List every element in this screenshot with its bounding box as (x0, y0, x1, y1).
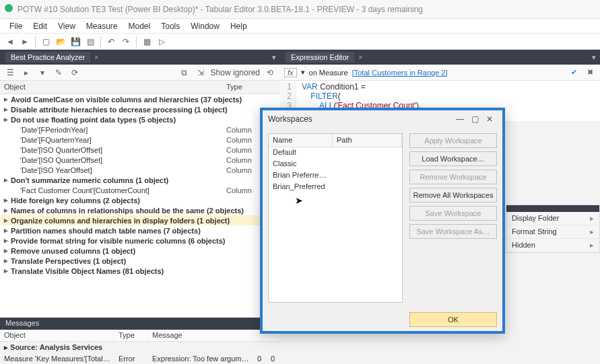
messages-pane-header[interactable]: Messages (0, 318, 280, 330)
cancel-icon[interactable]: ✖ (584, 67, 596, 79)
bpa-object-row[interactable]: 'Date'[ISO YearOffset]Column (0, 165, 280, 175)
toolbar-open-icon[interactable]: 📂 (55, 36, 67, 48)
ok-button[interactable]: OK (409, 312, 497, 327)
dialog-titlebar[interactable]: Workspaces — ▢ ✕ (263, 110, 502, 128)
message-row[interactable]: Measure 'Key Measures'[Total Custo… Erro… (0, 353, 280, 364)
msg-col-type[interactable]: Type (114, 330, 148, 341)
expr-tab[interactable]: Expression Editor (286, 52, 354, 63)
bpa-rule-row[interactable]: ▸Names of columns in relationships shoul… (0, 205, 280, 215)
app-icon (4, 3, 13, 15)
bpa-rule-row[interactable]: ▸Avoid CamelCase on visible columns and … (0, 94, 280, 104)
prop-hidden[interactable]: ▸Hidden (506, 239, 599, 252)
bpa-rule-row[interactable]: ▸Do not use floating point data types (5… (0, 114, 280, 124)
expr-measure-link[interactable]: [Total Customers in Range 2] (352, 69, 448, 77)
expr-toolbar: fx ▾ on Measure [Total Customers in Rang… (280, 65, 600, 81)
refresh-icon[interactable]: ⟲ (264, 67, 276, 79)
toolbar-redo-icon[interactable]: ↷ (120, 36, 132, 48)
workspace-row[interactable]: Brian Preferred Sear… (269, 170, 402, 182)
save-workspace-as-button[interactable]: Save Workspace As… (409, 224, 497, 239)
bpa-pane-header[interactable]: Best Practice Analyzer × ▾ (0, 50, 280, 65)
expr-pane-header[interactable]: Expression Editor × ▾ (280, 50, 600, 65)
prop-format-string[interactable]: ▸Format String (506, 225, 599, 239)
show-ignored-link[interactable]: Show ignored (211, 68, 260, 77)
ws-grid-header: Name Path (269, 134, 402, 147)
menu-view[interactable]: View (53, 20, 81, 32)
toolbar-script-icon[interactable]: ▦ (141, 36, 153, 48)
bpa-rule-row[interactable]: ▸Partition names should match table name… (0, 225, 280, 235)
bpa-tab[interactable]: Best Practice Analyzer (5, 52, 90, 63)
bpa-object-row[interactable]: 'Date'[FPeriodnYear]Column (0, 124, 280, 135)
toolbar-back-icon[interactable]: ◄ (4, 36, 16, 48)
msg-c2: 0 (267, 354, 280, 363)
close-icon[interactable]: × (358, 53, 362, 61)
prop-display-folder[interactable]: ▸Display Folder (506, 212, 599, 225)
dialog-title: Workspaces (268, 114, 312, 124)
chevron-down-icon[interactable]: ▾ (592, 53, 596, 62)
close-icon[interactable]: ✕ (482, 114, 497, 124)
fx-icon[interactable]: fx (284, 68, 297, 77)
expr-context-prefix: on Measure (309, 69, 348, 77)
properties-pane[interactable]: ▸Display Folder ▸Format String ▸Hidden (506, 205, 600, 253)
toolbar-play-icon[interactable]: ▷ (156, 36, 168, 48)
save-workspace-button[interactable]: Save Workspace (409, 206, 497, 221)
bpa-rows[interactable]: ▸Avoid CamelCase on visible columns and … (0, 94, 280, 318)
expand-icon[interactable]: ▸ (20, 67, 32, 79)
toolbar-fwd-icon[interactable]: ► (19, 36, 31, 48)
chevron-down-icon[interactable]: ▾ (301, 68, 305, 77)
close-icon[interactable]: × (94, 53, 98, 61)
bpa-rule-row[interactable]: ▸Organize columns and hierarchies in dis… (0, 215, 280, 225)
bpa-rule-row[interactable]: ▸Translate Perspectives (1 object) (0, 256, 280, 266)
menu-edit[interactable]: Edit (28, 20, 53, 32)
col-type[interactable]: Type (222, 81, 280, 94)
export-icon[interactable]: ⇲ (195, 67, 207, 79)
menu-file[interactable]: File (4, 20, 28, 32)
menu-window[interactable]: Window (185, 20, 225, 32)
remove-all-workspaces-button[interactable]: Remove All Workspaces (409, 188, 497, 203)
filter-icon[interactable]: ☰ (4, 67, 16, 79)
workspace-row[interactable]: Classic (269, 159, 402, 170)
script-icon[interactable]: ⟳ (69, 67, 81, 79)
workspaces-grid[interactable]: Name Path DefaultClassicBrian Preferred … (268, 133, 403, 303)
bpa-rule-row[interactable]: ▸Don't summarize numeric columns (1 obje… (0, 175, 280, 185)
code-line[interactable]: 2 FILTER( (280, 92, 600, 101)
toolbar-saveall-icon[interactable]: ▤ (84, 36, 96, 48)
toolbar-sep (136, 36, 137, 47)
bpa-rule-row[interactable]: ▸Provide format string for visible numer… (0, 235, 280, 246)
copy-icon[interactable]: ⧉ (178, 67, 191, 79)
bpa-object-row[interactable]: 'Date'[ISO QuarterOffset]Column (0, 155, 280, 165)
menu-model[interactable]: Model (123, 20, 156, 32)
toolbar-sep (100, 36, 101, 47)
col-object[interactable]: Object (0, 81, 222, 94)
toolbar-new-icon[interactable]: ▢ (40, 36, 52, 48)
msg-col-object[interactable]: Object (0, 330, 114, 341)
ws-col-name[interactable]: Name (269, 134, 333, 147)
collapse-icon[interactable]: ▾ (36, 67, 48, 79)
maximize-icon[interactable]: ▢ (467, 114, 482, 124)
bpa-rule-row[interactable]: ▸Hide foreign key columns (2 objects) (0, 195, 280, 205)
messages-source[interactable]: ▸ Source: Analysis Services (0, 342, 280, 353)
bpa-rule-row[interactable]: ▸Disable attribute hierachies to decreas… (0, 104, 280, 114)
fix-icon[interactable]: ✎ (53, 67, 65, 79)
menu-measure[interactable]: Measure (81, 20, 123, 32)
load-workspace-button[interactable]: Load Workspace… (409, 151, 497, 166)
window-title: POTW #10 Solution TE3 Test (Power BI Des… (18, 5, 596, 14)
bpa-object-row[interactable]: 'Fact Customer Count'[CustomerCount]Colu… (0, 185, 280, 195)
bpa-object-row[interactable]: 'Date'[ISO QuarterOffset]Column (0, 145, 280, 155)
accept-icon[interactable]: ✔ (568, 67, 580, 79)
bpa-rule-row[interactable]: ▸Translate Visible Object Names (81 obje… (0, 266, 280, 276)
apply-workspace-button[interactable]: Apply Workspace (409, 133, 497, 148)
ws-col-path[interactable]: Path (333, 134, 402, 147)
menu-help[interactable]: Help (225, 20, 253, 32)
window-titlebar: POTW #10 Solution TE3 Test (Power BI Des… (0, 0, 600, 19)
menu-tools[interactable]: Tools (156, 20, 185, 32)
toolbar-undo-icon[interactable]: ↶ (105, 36, 117, 48)
code-line[interactable]: 1VAR Condition1 = (280, 82, 600, 92)
workspace-row[interactable]: Brian_Preferred (269, 182, 402, 193)
remove-workspace-button[interactable]: Remove Workspace (409, 170, 497, 184)
toolbar-save-icon[interactable]: 💾 (69, 36, 81, 48)
minimize-icon[interactable]: — (453, 114, 467, 124)
workspace-row[interactable]: Default (269, 147, 402, 159)
chevron-down-icon[interactable]: ▾ (272, 53, 276, 62)
bpa-object-row[interactable]: 'Date'[FQuarternYear]Column (0, 135, 280, 145)
bpa-rule-row[interactable]: ▸Remove unused columns (1 object) (0, 246, 280, 256)
